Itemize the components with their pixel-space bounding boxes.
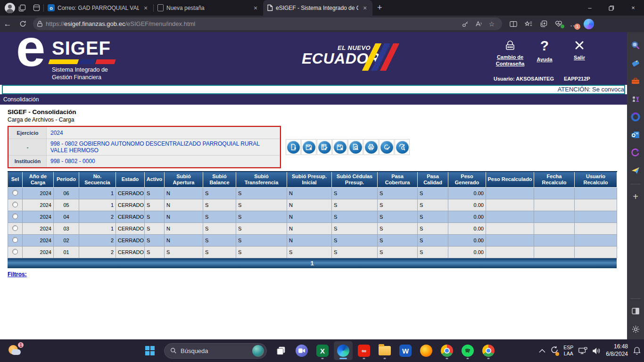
network-icon[interactable] — [578, 346, 587, 355]
row-select-radio[interactable] — [12, 190, 18, 196]
sidebar-panel-icon[interactable] — [630, 305, 641, 317]
split-screen-icon[interactable] — [506, 17, 521, 31]
refresh-icon[interactable] — [15, 17, 30, 31]
row-cell — [575, 234, 617, 246]
grid-pagination[interactable]: 1 — [8, 258, 617, 268]
sidebar-send-icon[interactable] — [630, 165, 641, 176]
row-select-radio[interactable] — [12, 249, 18, 255]
sidebar-outlook-icon[interactable] — [630, 129, 641, 140]
word-icon: W — [399, 345, 412, 357]
acrobat-button[interactable]: ∞ — [355, 341, 373, 360]
chrome-profile-button[interactable] — [479, 341, 498, 360]
settings-more-icon[interactable]: … 1 — [566, 17, 581, 31]
consult-button[interactable] — [348, 139, 363, 155]
sidebar-m365-icon[interactable] — [630, 111, 641, 123]
sidebar-search-icon[interactable] — [630, 40, 641, 51]
column-header: Activo — [145, 172, 165, 187]
favorites-icon[interactable] — [521, 17, 536, 31]
firefox-button[interactable] — [417, 341, 436, 360]
new-tab-page-icon — [157, 4, 164, 11]
row-cell: 05 — [54, 199, 79, 211]
spotify-icon — [462, 345, 474, 357]
sidebar-drop-icon[interactable] — [630, 147, 641, 158]
row-cell: 0.00 — [448, 234, 486, 246]
collections-icon[interactable] — [536, 17, 551, 31]
save-button[interactable] — [301, 139, 316, 155]
row-cell: CERRADO — [116, 246, 145, 258]
tab-nueva-pestana[interactable]: Nueva pestaña × — [154, 0, 263, 16]
reload-button[interactable] — [395, 139, 410, 155]
window-close-button[interactable]: × — [622, 0, 644, 16]
profile-avatar[interactable] — [5, 3, 15, 13]
row-cell: 2024 — [23, 222, 54, 234]
excel-button[interactable]: X — [313, 341, 332, 360]
start-button[interactable] — [140, 341, 159, 360]
row-cell: S — [378, 222, 418, 234]
password-key-icon[interactable] — [459, 18, 472, 30]
row-select-radio[interactable] — [12, 214, 18, 219]
address-field[interactable]: https://esigef.finanzas.gob.ec/eSIGEF/me… — [33, 17, 502, 30]
sidebar-tools-icon[interactable] — [630, 75, 641, 87]
tab-close-icon[interactable]: × — [142, 4, 149, 12]
clock-tray[interactable]: 16:486/8/2024 — [606, 343, 628, 358]
filters-link[interactable]: Filtros: — [8, 271, 27, 278]
browser-essentials-icon[interactable] — [551, 17, 566, 31]
sidebar-shopping-icon[interactable] — [630, 58, 641, 69]
sidebar-games-icon[interactable] — [630, 93, 641, 105]
speaker-icon[interactable] — [592, 347, 601, 355]
help-link[interactable]: ? Ayuda — [529, 39, 560, 63]
menu-consolidacion[interactable]: Consolidación — [0, 94, 627, 105]
row-select-radio[interactable] — [12, 225, 18, 231]
row-cell: 2024 — [23, 246, 54, 258]
create-button[interactable] — [286, 139, 301, 155]
delete-button[interactable] — [332, 139, 347, 155]
tab-close-icon[interactable]: × — [361, 4, 369, 12]
grid-body: 2024061CERRADOSNSSNSSS0.002024051CERRADO… — [8, 187, 617, 258]
table-row: 2024031CERRADOSNSSNSSS0.00 — [8, 222, 617, 234]
edge-button[interactable] — [334, 341, 353, 360]
lock-icon — [503, 39, 517, 53]
row-select-radio[interactable] — [12, 202, 18, 207]
read-aloud-icon[interactable] — [472, 18, 485, 30]
taskbar-search[interactable]: Búsqueda — [164, 343, 267, 359]
spotify-button[interactable] — [458, 341, 477, 360]
validate-button[interactable] — [317, 139, 332, 155]
print-button[interactable] — [363, 139, 379, 155]
tab-correo[interactable]: o Correo: GAD PARROQUIAL VALLE × — [44, 0, 153, 16]
back-icon[interactable]: ← — [0, 17, 15, 31]
tab-close-icon[interactable]: × — [252, 4, 259, 12]
file-explorer-button[interactable] — [375, 341, 394, 360]
row-cell: 0.00 — [448, 211, 486, 222]
copilot-icon[interactable] — [581, 17, 596, 31]
word-button[interactable]: W — [396, 341, 415, 360]
update-sync-icon[interactable] — [550, 346, 559, 356]
tab-esigef-active[interactable]: eSIGEF - Sistema Integrado de G × — [263, 0, 372, 16]
favorite-star-icon[interactable]: ☆ — [485, 18, 498, 30]
sidebar-settings-icon[interactable] — [630, 323, 641, 335]
bing-daily-image — [252, 345, 264, 357]
row-cell: S — [145, 187, 165, 199]
widgets-button[interactable]: 1 — [8, 343, 24, 358]
language-indicator[interactable]: ESPLAA — [563, 345, 573, 357]
row-cell: N — [165, 211, 203, 222]
chat-button[interactable] — [292, 341, 311, 360]
change-password-link[interactable]: Cambio de Contraseña — [494, 39, 527, 67]
row-select-radio[interactable] — [12, 237, 18, 243]
row-cell: N — [165, 199, 203, 211]
delete-icon — [334, 141, 347, 154]
tray-chevron-icon[interactable] — [539, 349, 545, 353]
row-cell — [534, 211, 575, 222]
approve-button[interactable] — [379, 139, 394, 155]
new-tab-button[interactable]: + — [377, 3, 382, 13]
window-minimize-button[interactable]: – — [579, 0, 601, 16]
window-restore-button[interactable] — [601, 0, 622, 16]
tab-actions-icon[interactable] — [29, 2, 43, 14]
workspaces-icon[interactable] — [15, 2, 29, 14]
sidebar-add-icon[interactable]: + — [630, 191, 641, 202]
exit-link[interactable]: Salir — [564, 39, 595, 61]
user-label: Usuario: AKSOSAINTEG — [494, 76, 554, 82]
notifications-bell-icon[interactable] — [633, 346, 641, 355]
task-view-button[interactable] — [272, 341, 290, 360]
row-cell: S — [236, 234, 287, 246]
chrome-button[interactable] — [438, 341, 456, 360]
